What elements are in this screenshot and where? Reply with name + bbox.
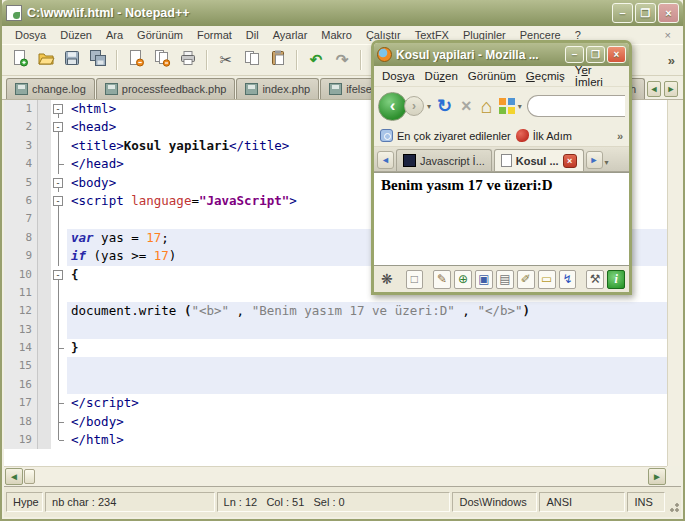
new-button[interactable] (8, 48, 32, 72)
menu-item-d-zen[interactable]: Düzen (423, 69, 466, 83)
minimize-button[interactable]: – (565, 46, 584, 63)
fold-margin[interactable] (51, 137, 67, 155)
print-button[interactable] (176, 48, 200, 72)
code-text[interactable]: document.write ("<b>" , "Benim yasım 17 … (67, 302, 667, 320)
code-text[interactable] (67, 321, 667, 339)
fold-margin[interactable] (51, 376, 67, 394)
fold-collapse-icon[interactable]: - (53, 122, 63, 132)
refresh-button[interactable]: ↻ (434, 97, 455, 115)
bookmark-margin[interactable] (38, 100, 51, 118)
line-number[interactable]: 1 (4, 100, 38, 118)
tools-icon[interactable]: ⚒ (586, 270, 604, 289)
fold-collapse-icon[interactable]: - (53, 178, 63, 188)
bookmark-margin[interactable] (38, 339, 51, 357)
code-text[interactable] (67, 376, 667, 394)
bookmark-margin[interactable] (38, 302, 51, 320)
fold-margin[interactable]: - (51, 266, 67, 284)
extension-grid-icon[interactable] (499, 98, 515, 114)
fold-margin[interactable] (51, 413, 67, 431)
save-all-button[interactable] (86, 48, 110, 72)
line-number[interactable]: 16 (4, 376, 38, 394)
bookmark-margin[interactable] (38, 229, 51, 247)
editor-line[interactable]: 12document.write ("<b>" , "Benim yasım 1… (4, 302, 667, 320)
fold-collapse-icon[interactable]: - (53, 270, 63, 280)
scroll-right-icon[interactable]: ► (648, 468, 666, 485)
menu-item-d-zen[interactable]: Düzen (53, 28, 99, 42)
code-text[interactable]: </html> (67, 431, 667, 449)
toolbar-dropdown-icon[interactable]: ▾ (518, 102, 522, 111)
line-number[interactable]: 8 (4, 229, 38, 247)
fold-margin[interactable] (51, 339, 67, 357)
fold-margin[interactable] (51, 247, 67, 265)
tab-list-dropdown-icon[interactable]: ▾ (605, 158, 609, 167)
cut-button[interactable]: ✂ (214, 48, 238, 72)
menu-item-format[interactable]: Format (190, 28, 239, 42)
notepadpp-titlebar[interactable]: C:\www\if.html - Notepad++ – ❐ × (2, 0, 683, 26)
editor-line[interactable]: 17</script> (4, 394, 667, 412)
scroll-thumb[interactable] (24, 469, 35, 484)
history-dropdown-icon[interactable]: ▾ (427, 102, 431, 111)
fold-margin[interactable] (51, 302, 67, 320)
bookmarks-overflow-chevron[interactable]: » (617, 130, 623, 142)
paste-button[interactable] (266, 48, 290, 72)
fold-margin[interactable] (51, 284, 67, 302)
close-button[interactable] (124, 48, 148, 72)
fold-margin[interactable] (51, 210, 67, 228)
line-number[interactable]: 5 (4, 174, 38, 192)
editor-line[interactable]: 13 (4, 321, 667, 339)
maximize-button[interactable]: ❐ (586, 46, 605, 63)
info-icon[interactable]: i (607, 270, 625, 289)
tab-scroll-right-icon[interactable]: ► (664, 81, 678, 97)
line-number[interactable]: 10 (4, 266, 38, 284)
fold-margin[interactable]: - (51, 118, 67, 136)
line-number[interactable]: 14 (4, 339, 38, 357)
fold-margin[interactable] (51, 357, 67, 375)
form-icon[interactable]: ▭ (538, 270, 556, 289)
toolbar-overflow-chevron[interactable]: » (668, 53, 677, 68)
bookmark-margin[interactable] (38, 210, 51, 228)
tab-scroll-left-icon[interactable]: ◄ (377, 151, 394, 169)
menu-item-makro[interactable]: Makro (314, 28, 359, 42)
close-all-button[interactable] (150, 48, 174, 72)
menu-item-dosya[interactable]: Dosya (380, 69, 423, 83)
bug-icon[interactable]: ❋ (378, 270, 396, 289)
bookmark-margin[interactable] (38, 174, 51, 192)
resize-grip[interactable] (667, 500, 679, 513)
fold-margin[interactable] (51, 321, 67, 339)
bookmark-margin[interactable] (38, 247, 51, 265)
horizontal-scrollbar[interactable]: ◄ ► (4, 466, 667, 486)
fold-collapse-icon[interactable]: - (53, 196, 63, 206)
bookmark-en-ok-ziyaret-edilenler[interactable]: En çok ziyaret edilenler (380, 129, 511, 142)
tab-kosul[interactable]: Kosul ...× (494, 149, 584, 171)
code-text[interactable]: </script> (67, 394, 667, 412)
new-page-icon[interactable]: □ (406, 270, 424, 289)
editor-line[interactable]: 16 (4, 376, 667, 394)
fold-margin[interactable] (51, 229, 67, 247)
menu-item-g-r-n-m[interactable]: Görünüm (466, 69, 524, 83)
undo-button[interactable]: ↶ (304, 48, 328, 72)
line-number[interactable]: 17 (4, 394, 38, 412)
bookmark-margin[interactable] (38, 118, 51, 136)
save-button[interactable] (60, 48, 84, 72)
bookmark-margin[interactable] (38, 137, 51, 155)
fold-margin[interactable]: - (51, 174, 67, 192)
close-button[interactable]: × (607, 46, 626, 63)
line-number[interactable]: 9 (4, 247, 38, 265)
menu-item-yer-i-mleri[interactable]: Yer İmleri (573, 63, 623, 89)
back-button[interactable]: ‹ (378, 92, 407, 121)
menu-item-ayarlar[interactable]: Ayarlar (266, 28, 315, 42)
save-icon[interactable]: ▣ (475, 270, 493, 289)
fold-margin[interactable] (51, 431, 67, 449)
editor-line[interactable]: 14} (4, 339, 667, 357)
print-icon[interactable]: ▤ (496, 270, 514, 289)
copy-button[interactable] (240, 48, 264, 72)
fold-collapse-icon[interactable]: - (53, 104, 63, 114)
close-document-icon[interactable]: × (659, 29, 677, 41)
code-text[interactable]: </body> (67, 413, 667, 431)
fold-margin[interactable]: - (51, 100, 67, 118)
tab-scroll-left-icon[interactable]: ◄ (647, 81, 661, 97)
menu-item-ara[interactable]: Ara (99, 28, 130, 42)
lightning-icon[interactable]: ↯ (559, 270, 577, 289)
globe-icon[interactable]: ⊕ (454, 270, 472, 289)
code-text[interactable]: } (67, 339, 667, 357)
